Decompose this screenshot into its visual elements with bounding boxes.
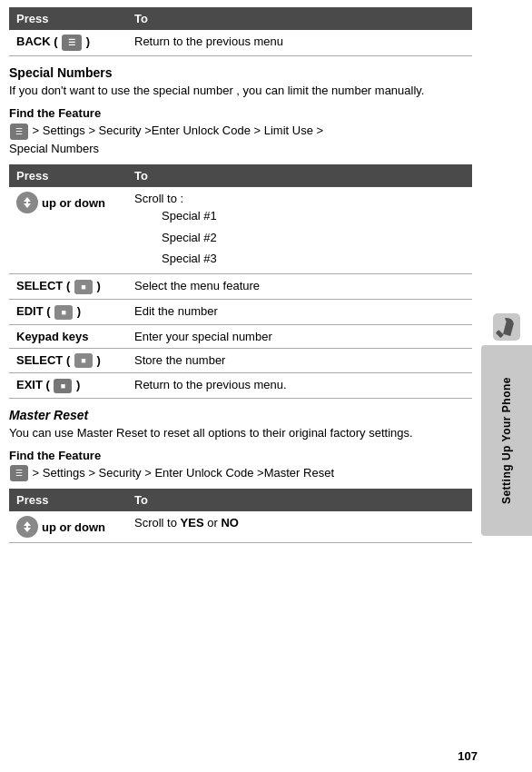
wrench-icon-container <box>488 309 525 348</box>
middle-table-to-header: To <box>127 164 472 187</box>
edit-to-cell: Edit the number <box>127 299 472 324</box>
select1-btn-icon: ■ <box>74 280 93 294</box>
edit-press-cell: EDIT ( ■ ) <box>9 299 127 324</box>
table-row: EXIT ( ■ ) Return to the previous menu. <box>9 373 472 399</box>
list-item: Special #3 <box>162 248 465 269</box>
edit-btn-icon: ■ <box>54 305 73 320</box>
special-numbers-title: Special Numbers <box>9 65 472 80</box>
top-table-press-header: Press <box>9 7 127 30</box>
select1-label: SELECT ( <box>16 279 70 292</box>
bottom-table-to-header: To <box>127 489 472 511</box>
exit-to-cell: Return to the previous menu. <box>127 373 472 399</box>
select2-label-close: ) <box>96 353 100 367</box>
find-feature-2-path: ☰ > Settings > Security > Enter Unlock C… <box>9 464 472 482</box>
find-feature-1-path-part2: Special Numbers <box>9 142 99 155</box>
master-reset-body: You can use Master Reset to reset all op… <box>9 425 472 441</box>
bottom-table: Press To up or down <box>9 489 472 543</box>
back-to-cell: Return to the previous menu <box>127 30 472 56</box>
scroll-circle-icon <box>16 192 38 213</box>
exit-label: EXIT ( <box>16 378 50 391</box>
back-press-cell: BACK ( ☰ ) <box>9 30 127 56</box>
page-number: 107 <box>458 749 478 763</box>
keypad-label: Keypad keys <box>16 330 89 343</box>
top-table-to-header: To <box>127 7 472 30</box>
table-row: SELECT ( ■ ) Store the number <box>9 348 472 373</box>
find-feature-1-label: Find the Feature <box>9 106 472 120</box>
back-label-close: ) <box>86 35 90 48</box>
top-table: Press To BACK ( ☰ ) Return to the previo… <box>9 7 472 56</box>
exit-press-cell: EXIT ( ■ ) <box>9 373 127 399</box>
table-row: BACK ( ☰ ) Return to the previous menu <box>9 30 472 56</box>
svg-marker-5 <box>24 528 31 532</box>
select2-to-cell: Store the number <box>127 348 472 373</box>
scroll-cell: up or down <box>16 192 120 213</box>
side-tab-label: Setting Up Your Phone <box>500 377 513 504</box>
master-reset-title: Master Reset <box>9 408 472 422</box>
middle-table: Press To up or down <box>9 164 472 398</box>
select2-label: SELECT ( <box>16 353 70 367</box>
wrench-icon <box>488 309 525 345</box>
select2-btn-icon: ■ <box>74 353 93 368</box>
no-label: NO <box>221 516 239 530</box>
bottom-scroll-circle-icon <box>16 516 38 538</box>
scroll-to-main: Scroll to : <box>134 192 183 205</box>
table-row: up or down Scroll to : Special #1 Specia… <box>9 187 472 274</box>
svg-marker-2 <box>24 203 31 208</box>
bottom-nav-icon <box>20 520 34 534</box>
scroll-press-text: up or down <box>42 196 105 210</box>
bottom-scroll-cell: up or down <box>16 516 120 538</box>
nav-icon <box>20 195 34 210</box>
bottom-scroll-press-text: up or down <box>42 520 105 534</box>
select1-to-cell: Select the menu feature <box>127 274 472 300</box>
middle-table-press-header: Press <box>9 164 127 187</box>
list-item: Special #2 <box>162 227 465 248</box>
menu-icon-2: ☰ <box>10 465 28 481</box>
main-content: Press To BACK ( ☰ ) Return to the previo… <box>0 0 481 561</box>
table-row: Keypad keys Enter your special number <box>9 324 472 348</box>
yes-label: YES <box>181 516 204 530</box>
table-row: SELECT ( ■ ) Select the menu feature <box>9 274 472 300</box>
side-tab: Setting Up Your Phone <box>481 345 532 536</box>
edit-label: EDIT ( <box>16 304 51 318</box>
bottom-scroll-to-cell: Scroll to YES or NO <box>127 511 472 543</box>
keypad-press-cell: Keypad keys <box>9 324 127 348</box>
find-feature-1-path-text: > Settings > Security >Enter Unlock Code… <box>29 124 323 137</box>
select1-press-cell: SELECT ( ■ ) <box>9 274 127 300</box>
select1-label-close: ) <box>96 279 100 292</box>
bottom-scroll-press-cell: up or down <box>9 511 127 543</box>
edit-label-close: ) <box>77 304 81 318</box>
table-row: up or down Scroll to YES or NO <box>9 511 472 543</box>
back-label: BACK ( <box>16 35 58 48</box>
special-numbers-body: If you don't want to use the special num… <box>9 83 472 99</box>
exit-label-close: ) <box>76 378 80 391</box>
select2-press-cell: SELECT ( ■ ) <box>9 348 127 373</box>
find-feature-1-path: ☰ > Settings > Security >Enter Unlock Co… <box>9 122 472 157</box>
find-feature-2-path-text: > Settings > Security > Enter Unlock Cod… <box>29 466 334 480</box>
keypad-to-cell: Enter your special number <box>127 324 472 348</box>
menu-icon-1: ☰ <box>10 124 28 140</box>
bottom-table-press-header: Press <box>9 489 127 511</box>
table-row: EDIT ( ■ ) Edit the number <box>9 299 472 324</box>
exit-btn-icon: ■ <box>54 379 72 393</box>
back-button-icon: ☰ <box>62 35 82 51</box>
list-item: Special #1 <box>162 205 465 226</box>
scroll-to-cell: Scroll to : Special #1 Special #2 Specia… <box>127 187 472 274</box>
scroll-press-cell: up or down <box>9 187 127 274</box>
special-items-list: Special #1 Special #2 Special #3 <box>134 205 465 269</box>
find-feature-2-label: Find the Feature <box>9 449 472 462</box>
